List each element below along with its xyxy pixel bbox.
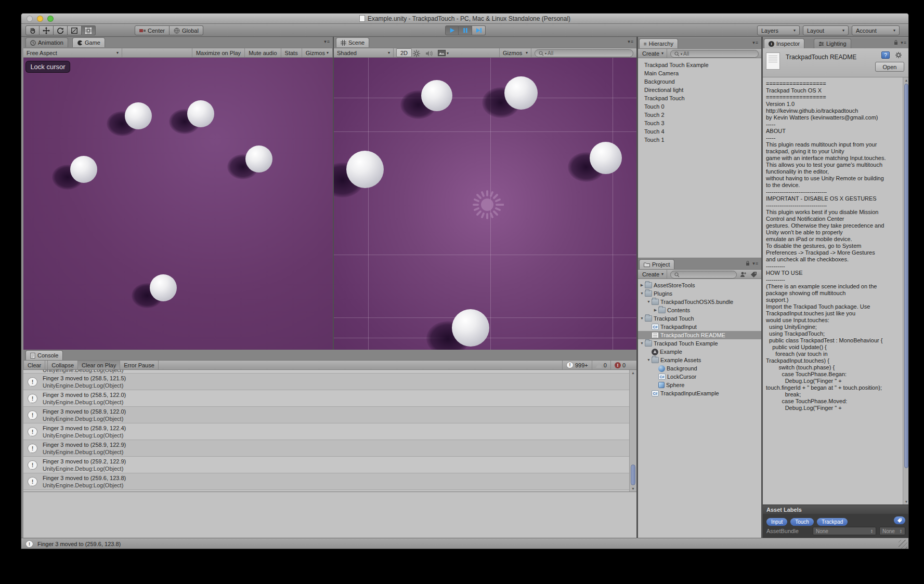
pivot-center-button[interactable]: Center [135,25,170,35]
hierarchy-item[interactable]: Background [638,77,761,86]
tab-console[interactable]: Console [25,350,63,360]
hierarchy-item[interactable]: Directional light [638,86,761,94]
panel-menu-icon[interactable]: ▾≡ [324,39,330,44]
open-button[interactable]: Open [875,62,904,72]
scene-lighting-toggle[interactable] [413,50,420,57]
console-collapse-button[interactable]: Collapse [47,361,78,369]
scene-viewport[interactable] [334,58,636,350]
asset-label-tag[interactable]: Input [766,518,787,526]
aspect-ratio-dropdown[interactable]: Free Aspect▾ [23,48,122,57]
tab-animation[interactable]: Animation [25,37,68,47]
maximize-on-play-button[interactable]: Maximize on Play [192,48,245,57]
project-create-dropdown[interactable]: Create▾ [639,270,667,278]
disclosure-arrow-icon[interactable]: ▶ [639,281,645,289]
rect-tool-button[interactable] [82,25,96,35]
panel-menu-icon[interactable]: ▾≡ [752,40,759,45]
add-label-tag-icon[interactable] [894,516,905,524]
project-tree-row[interactable]: Example [638,348,761,356]
lock-icon[interactable] [894,40,898,45]
tab-inspector[interactable]: i Inspector [764,38,804,48]
directional-light-gizmo[interactable] [471,188,504,221]
hierarchy-item[interactable]: Touch 1 [638,136,761,144]
window-resize-grip[interactable] [899,540,907,549]
label-filter-icon[interactable] [750,271,757,277]
assetbundle-variant-dropdown[interactable]: None ▲▼ [879,527,905,535]
project-tree-row[interactable]: TrackpadInputExample [638,389,761,397]
tab-scene[interactable]: Scene [336,37,369,47]
console-scroll-thumb[interactable] [631,464,635,485]
asset-label-tag[interactable]: Touch [790,518,814,526]
console-log-list[interactable]: UnityEngine.Debug:Log(Object) ! Finger 3… [23,370,629,492]
sphere-object[interactable] [452,309,489,347]
project-tree-row[interactable]: Sphere [638,381,761,389]
tab-lighting[interactable]: Lighting [814,38,851,48]
hierarchy-item[interactable]: Touch 3 [638,119,761,127]
project-tree-row[interactable]: ▼ Example Assets [638,356,761,364]
project-tree-row[interactable]: LockCursor [638,373,761,381]
asset-label-tag[interactable]: Trackpad [817,518,848,526]
project-search-input[interactable] [670,271,737,278]
disclosure-arrow-icon[interactable]: ▶ [653,306,658,314]
panel-menu-icon[interactable]: ▾≡ [901,40,907,45]
scroll-down-icon[interactable]: ▼ [903,500,909,503]
hierarchy-create-dropdown[interactable]: Create▾ [639,49,667,58]
disclosure-arrow-icon[interactable]: ▼ [639,339,645,348]
lock-cursor-button[interactable]: Lock cursor [25,61,70,73]
inspector-scroll-thumb[interactable] [904,84,908,468]
window-titlebar[interactable]: Example.unity - TrackpadTouch - PC, Mac … [21,14,908,24]
console-log-row[interactable]: ! Finger 3 moved to (258.9, 122.4)UnityE… [23,423,629,440]
project-tree-row[interactable]: ▶ Contents [638,306,761,314]
project-tree-row[interactable]: ▼ TrackpadTouchOSX5.bundle [638,298,761,306]
status-bar[interactable]: ! Finger 3 moved to (259.6, 123.8) [21,538,908,549]
game-viewport[interactable]: Lock cursor [23,58,333,350]
lock-icon[interactable] [746,261,750,266]
pause-button[interactable] [459,25,472,35]
hierarchy-item[interactable]: Touch 4 [638,127,761,136]
project-tree-row[interactable]: ▼ Plugins [638,289,761,298]
hierarchy-item[interactable]: Touch 2 [638,111,761,119]
stats-button[interactable]: Stats [281,48,302,57]
scale-tool-button[interactable] [68,25,82,35]
console-error-pause-button[interactable]: Error Pause [120,361,159,369]
zoom-button[interactable] [47,16,54,22]
console-log-row[interactable]: ! Finger 3 moved to (259.2, 122.9)UnityE… [23,457,629,473]
tab-hierarchy[interactable]: ≡ Hierarchy [639,38,678,48]
hierarchy-list[interactable]: Trackpad Touch ExampleMain CameraBackgro… [638,58,761,258]
console-log-row[interactable]: ! Finger 3 moved to (258.5, 121.5)UnityE… [23,374,629,390]
console-log-row[interactable]: ! Finger 3 moved to (258.9, 122.9)UnityE… [23,440,629,457]
console-log-row[interactable]: ! Finger 3 moved to (259.6, 123.8)UnityE… [23,473,629,490]
account-dropdown[interactable]: Account▾ [852,25,900,35]
move-tool-button[interactable] [40,25,54,35]
help-icon[interactable]: ? [881,51,890,59]
hierarchy-search-input[interactable]: ▾ All [670,50,759,58]
tab-game[interactable]: Game [72,37,105,47]
project-tree-row[interactable]: ▼ Trackpad Touch [638,314,761,323]
step-button[interactable] [472,25,486,35]
play-button[interactable] [445,25,459,35]
project-tree[interactable]: ▶ AssetStoreTools ▼ Plugins ▼ TrackpadTo… [638,279,761,538]
hierarchy-item[interactable]: Trackpad Touch [638,94,761,102]
hierarchy-item[interactable]: Trackpad Touch Example [638,61,761,69]
scroll-down-icon[interactable]: ▼ [630,487,636,490]
scene-effects-dropdown[interactable]: ▾ [438,50,449,56]
scene-search-input[interactable]: ▾ All [535,49,633,57]
disclosure-arrow-icon[interactable]: ▼ [646,356,652,364]
scroll-up-icon[interactable]: ▲ [630,371,636,375]
sphere-object[interactable] [590,142,622,174]
console-info-count[interactable]: ! 999+ [562,361,592,369]
console-clear-on-play-button[interactable]: Clear on Play [78,361,120,369]
2d-toggle-button[interactable]: 2D [396,48,412,57]
panel-menu-icon[interactable]: ▾≡ [628,39,634,44]
mute-audio-button[interactable]: Mute audio [245,48,281,57]
game-gizmos-dropdown[interactable]: Gizmos ▾ [302,48,333,57]
disclosure-arrow-icon[interactable]: ▼ [639,314,645,323]
console-clear-button[interactable]: Clear [23,361,45,369]
project-tree-row[interactable]: TrackpadTouch README [638,331,761,339]
console-scrollbar[interactable]: ▲ ▼ [629,370,636,492]
disclosure-arrow-icon[interactable]: ▼ [639,289,645,298]
panel-menu-icon[interactable]: ▾≡ [752,261,759,266]
project-tree-row[interactable]: Background [638,364,761,373]
gear-icon[interactable] [895,51,902,59]
shading-mode-dropdown[interactable]: Shaded▾ [334,48,394,57]
console-log-row[interactable]: ! Finger 3 moved to (258.5, 122.0)UnityE… [23,390,629,407]
